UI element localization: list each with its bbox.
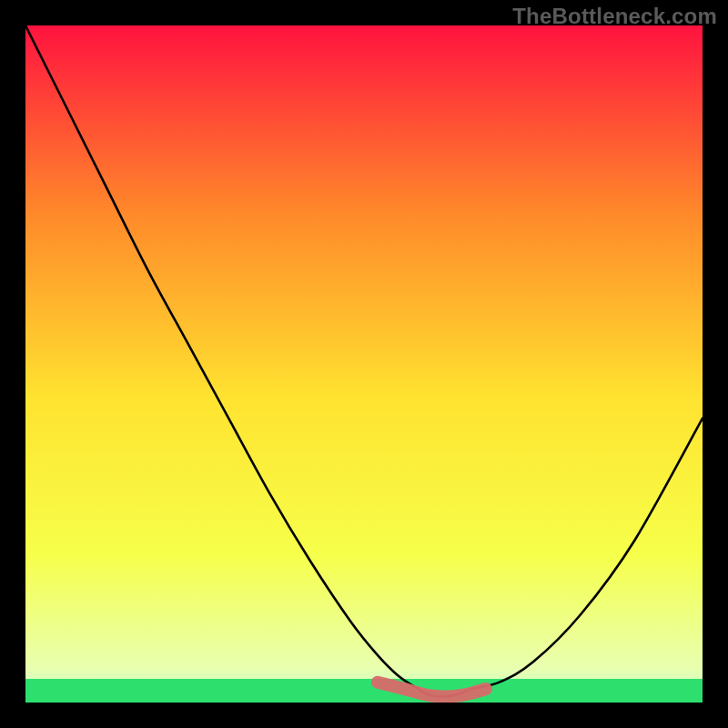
chart-svg (25, 25, 703, 703)
plot-area (25, 25, 703, 703)
gradient-background (25, 25, 703, 703)
watermark-text: TheBottleneck.com (512, 4, 717, 29)
bottom-green-band (25, 679, 703, 703)
chart-frame: TheBottleneck.com (0, 0, 728, 728)
